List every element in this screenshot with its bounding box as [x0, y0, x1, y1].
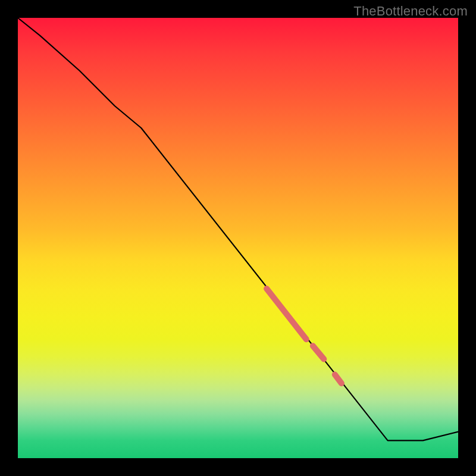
highlight-markers — [267, 289, 342, 383]
watermark-text: TheBottleneck.com — [353, 4, 468, 19]
stage: TheBottleneck.com — [0, 0, 476, 476]
bottleneck-curve — [18, 18, 458, 440]
plot-area — [18, 18, 458, 458]
chart-svg — [18, 18, 458, 458]
